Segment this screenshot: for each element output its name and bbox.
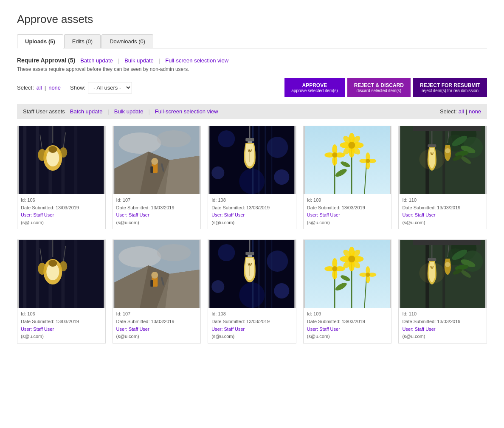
image-info: Id: 108 Date Submitted: 13/03/2019 User:… [208, 308, 296, 343]
batch-update-button-staff[interactable]: Batch update [70, 108, 103, 115]
image-card[interactable]: Id: 109 Date Submitted: 13/03/2019 User:… [303, 126, 392, 229]
image-info: Id: 106 Date Submitted: 13/03/2019 User:… [17, 194, 105, 229]
image-card[interactable]: Id: 107 Date Submitted: 13/03/2019 User:… [113, 239, 201, 343]
svg-point-117 [211, 280, 224, 293]
svg-point-96 [48, 260, 57, 267]
svg-point-28 [267, 137, 288, 158]
image-user[interactable]: User: Staff User [21, 327, 54, 332]
select-all-button[interactable]: all [37, 84, 42, 91]
image-card[interactable]: Id: 106 Date Submitted: 13/03/2019 User:… [17, 239, 106, 343]
image-thumbnail [399, 240, 487, 308]
image-user[interactable]: User: Staff User [211, 212, 245, 217]
svg-point-100 [59, 261, 67, 271]
image-user[interactable]: User: Staff User [211, 327, 245, 332]
svg-point-148 [332, 266, 337, 271]
image-email: (s@u.com) [211, 220, 234, 225]
tab-downloads[interactable]: Downloads (0) [101, 34, 153, 48]
image-card[interactable]: Id: 110 Date Submitted: 13/03/2019 User:… [398, 239, 487, 343]
bulk-update-button-staff[interactable]: Bulk update [114, 108, 144, 115]
image-info: Id: 108 Date Submitted: 13/03/2019 User:… [208, 194, 296, 229]
svg-point-62 [332, 152, 337, 158]
image-email: (s@u.com) [21, 334, 44, 339]
svg-point-10 [48, 146, 57, 153]
staff-sep2: | [148, 108, 149, 115]
image-user[interactable]: User: Staff User [402, 212, 435, 217]
svg-point-109 [151, 272, 158, 279]
reject-main-label: REJECT & DISCARD [354, 82, 404, 88]
bulk-update-button-top[interactable]: Bulk update [124, 57, 154, 64]
image-card[interactable]: Id: 110 Date Submitted: 13/03/2019 User:… [398, 126, 487, 229]
image-thumbnail [208, 126, 296, 194]
resubmit-sub-label: reject item(s) for resubmission [420, 88, 480, 93]
svg-point-104 [157, 244, 191, 261]
select-separator: | [45, 84, 46, 91]
approval-title: Require Approval (5) [17, 57, 75, 64]
svg-point-12 [38, 149, 46, 161]
staff-select-sep: | [466, 108, 467, 115]
image-card[interactable]: Id: 107 Date Submitted: 13/03/2019 User:… [113, 126, 201, 229]
image-info: Id: 110 Date Submitted: 13/03/2019 User:… [399, 308, 487, 343]
show-users-select[interactable]: - All users - [88, 82, 132, 93]
approve-main-label: APPROVE [302, 82, 327, 88]
image-date: Date Submitted: 13/03/2019 [116, 205, 175, 210]
fullscreen-button-staff[interactable]: Full-screen selection view [155, 108, 218, 115]
image-thumbnail [17, 126, 105, 194]
image-card[interactable]: Id: 108 Date Submitted: 13/03/2019 User:… [208, 239, 296, 343]
staff-select-all[interactable]: all [459, 108, 464, 115]
image-card[interactable]: Id: 106 Date Submitted: 13/03/2019 User:… [17, 126, 106, 229]
image-user[interactable]: User: Staff User [307, 327, 340, 332]
controls-row: Select: all | none Show: - All users - A… [17, 78, 487, 97]
page-wrapper: Approve assets Uploads (5) Edits (0) Dow… [0, 0, 504, 428]
svg-point-14 [59, 147, 67, 158]
image-card[interactable]: Id: 108 Date Submitted: 13/03/2019 User:… [208, 126, 296, 229]
svg-rect-168 [428, 258, 436, 261]
svg-point-23 [151, 158, 158, 165]
approve-button[interactable]: APPROVE approve selected item(s) [284, 78, 345, 97]
staff-select-right: Select: all | none [440, 108, 481, 115]
svg-rect-166 [413, 240, 481, 245]
staff-title: Staff User assets [23, 108, 65, 115]
reject-discard-button[interactable]: REJECT & DISCARD discard selected item(s… [347, 78, 411, 97]
image-email: (s@u.com) [402, 220, 425, 225]
image-info: Id: 109 Date Submitted: 13/03/2019 User:… [304, 308, 391, 343]
fullscreen-button-top[interactable]: Full-screen selection view [165, 57, 228, 64]
svg-rect-110 [150, 280, 153, 287]
tab-uploads[interactable]: Uploads (5) [17, 34, 63, 48]
svg-point-85 [420, 149, 445, 170]
show-dropdown-wrap: - All users - [88, 82, 132, 93]
svg-rect-3 [36, 126, 39, 194]
svg-point-27 [218, 130, 235, 147]
image-card[interactable]: Id: 109 Date Submitted: 13/03/2019 User:… [303, 239, 392, 343]
sep1: | [118, 57, 119, 64]
svg-point-142 [348, 256, 355, 262]
image-user[interactable]: User: Staff User [21, 212, 54, 217]
svg-point-17 [118, 132, 161, 154]
svg-rect-34 [265, 126, 266, 194]
tabs-bar: Uploads (5) Edits (0) Downloads (0) [17, 34, 487, 48]
image-user[interactable]: User: Staff User [116, 212, 149, 217]
reject-resubmit-button[interactable]: REJECT FOR RESUBMIT reject item(s) for r… [413, 78, 487, 97]
image-thumbnail [208, 240, 296, 308]
image-user[interactable]: User: Staff User [402, 327, 435, 332]
batch-update-button-top[interactable]: Batch update [80, 57, 113, 64]
svg-point-116 [274, 283, 289, 298]
staff-select-none[interactable]: none [469, 108, 481, 115]
image-date: Date Submitted: 13/03/2019 [307, 205, 365, 210]
svg-point-56 [348, 142, 355, 149]
image-id: Id: 108 [211, 311, 226, 316]
image-date: Date Submitted: 13/03/2019 [21, 205, 79, 210]
svg-rect-24 [150, 166, 153, 173]
image-user[interactable]: User: Staff User [307, 212, 340, 217]
image-date: Date Submitted: 13/03/2019 [211, 205, 270, 210]
svg-rect-89 [36, 240, 39, 308]
staff-select-label: Select: [440, 108, 457, 115]
image-user[interactable]: User: Staff User [116, 327, 149, 332]
action-buttons: APPROVE approve selected item(s) REJECT … [284, 78, 487, 97]
select-none-button[interactable]: none [48, 84, 61, 91]
image-email: (s@u.com) [21, 220, 44, 225]
svg-rect-35 [271, 126, 272, 194]
image-info: Id: 107 Date Submitted: 13/03/2019 User:… [113, 194, 201, 229]
tab-edits[interactable]: Edits (0) [64, 34, 101, 48]
image-info: Id: 110 Date Submitted: 13/03/2019 User:… [399, 194, 487, 229]
svg-rect-6 [74, 126, 77, 194]
